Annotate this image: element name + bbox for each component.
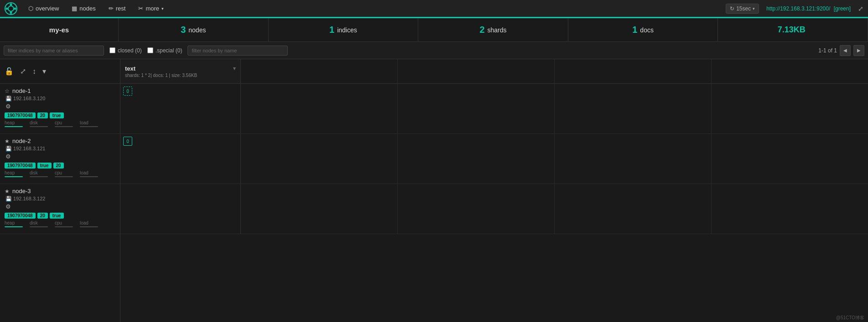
node-ip-2: 💾 192.168.3.121 [5, 146, 115, 152]
node-cell-1: ☆ node-1 💾 192.168.3.120 ⚙ 1907970048 20… [0, 84, 120, 134]
nav-more[interactable]: ✂ more ▾ [133, 2, 169, 15]
footer: @51CTO博客 [832, 314, 868, 322]
sort-az-icon[interactable]: ↕ [32, 67, 36, 76]
size-stat-cell: 7.13KB [718, 18, 868, 41]
navbar-left: ⬡ overview ▦ nodes ✏ rest ✂ more ▾ [5, 2, 726, 15]
load-metric-2: load [80, 170, 105, 177]
node-num-badge-3: 20 [37, 213, 48, 219]
index-grid: text ▾ shards: 1 * 2| docs: 1 | size: 3.… [120, 59, 868, 322]
indices-label: indices [337, 26, 357, 34]
dropdown-icon[interactable]: ▾ [42, 67, 46, 76]
nav-nodes[interactable]: ▦ nodes [66, 2, 101, 15]
shard-cell-3-1 [120, 184, 241, 234]
cpu-metric-2: cpu [55, 170, 80, 177]
node-ip-3: 💾 192.168.3.122 [5, 196, 115, 202]
nav-overview[interactable]: ⬡ overview [23, 2, 64, 15]
special-checkbox-label[interactable]: .special (0) [147, 47, 182, 54]
docs-count: 1 [632, 25, 637, 35]
shard-empty-1-2 [241, 84, 398, 133]
expand-icon[interactable]: ⤢ [858, 5, 863, 12]
hdd-icon-2: 💾 [5, 146, 12, 151]
cpu-bar-1 [55, 126, 73, 127]
nav-rest[interactable]: ✏ rest [103, 2, 131, 15]
node-cell-2: ★ node-2 💾 192.168.3.121 ⚙ 1907970048 tr… [0, 134, 120, 184]
node-name-row-1: ☆ node-1 [5, 87, 115, 94]
shard-box-dashed-1[interactable]: 0 [123, 87, 132, 96]
index-empty-col-3 [555, 59, 712, 83]
overview-icon: ⬡ [28, 5, 33, 12]
shard-empty-2-4 [555, 134, 712, 184]
index-header-row: text ▾ shards: 1 * 2| docs: 1 | size: 3.… [120, 59, 868, 84]
node-badges-3: 1907970048 20 true [5, 213, 115, 219]
star-icon-3[interactable]: ★ [5, 188, 10, 194]
disk-metric-1: disk [30, 120, 55, 127]
node-id-badge-2: 1907970048 [5, 163, 36, 169]
heap-bar-3 [5, 226, 23, 227]
prev-page-button[interactable]: ◀ [840, 45, 851, 56]
shard-empty-1-5 [712, 84, 868, 133]
load-metric-3: load [80, 220, 105, 227]
shard-empty-3-5 [712, 184, 868, 234]
nav-more-label: more [146, 5, 159, 12]
shard-empty-1-4 [555, 84, 712, 133]
node-name-row-3: ★ node-3 [5, 188, 115, 194]
node-badges-1: 1907970048 20 true [5, 112, 115, 118]
main-grid: 🔓 ⤢ ↕ ▾ ☆ node-1 💾 192.168.3.120 ⚙ 19079… [0, 59, 868, 322]
footer-copyright: @51CTO博客 [836, 315, 864, 320]
node-list: 🔓 ⤢ ↕ ▾ ☆ node-1 💾 192.168.3.120 ⚙ 19079… [0, 59, 120, 322]
shard-row-2: 0 [120, 134, 868, 184]
pagination-text: 1-1 of 1 [818, 47, 837, 54]
node-icon-row-3: ⚙ [5, 203, 115, 210]
node-name-2: node-2 [12, 138, 31, 144]
nav-overview-label: overview [36, 5, 59, 12]
heap-metric-1: heap [5, 120, 30, 127]
expand-arrows-icon[interactable]: ⤢ [20, 67, 26, 76]
index-empty-col-2 [398, 59, 555, 83]
index-empty-col-1 [241, 59, 398, 83]
filter-nodes-input[interactable] [187, 46, 288, 56]
cpu-bar-2 [55, 176, 73, 177]
node-name-1: node-1 [12, 87, 31, 94]
next-page-button[interactable]: ▶ [853, 45, 864, 56]
hdd-icon-1: 💾 [5, 96, 12, 101]
cluster-url: http://192.168.3.121:9200/ [green] [766, 5, 851, 12]
star-icon-2[interactable]: ★ [5, 138, 10, 144]
index-name: text ▾ [125, 65, 236, 72]
shards-count: 2 [479, 25, 484, 35]
node-type-icon-1: ⚙ [5, 103, 11, 110]
index-info: shards: 1 * 2| docs: 1 | size: 3.56KB [125, 73, 236, 78]
rest-icon: ✏ [109, 5, 114, 12]
index-header-text: text ▾ shards: 1 * 2| docs: 1 | size: 3.… [120, 59, 241, 83]
special-label: .special (0) [156, 47, 182, 54]
disk-metric-2: disk [30, 170, 55, 177]
cluster-name-cell: my-es [0, 18, 119, 41]
pagination-info: 1-1 of 1 ◀ ▶ [818, 45, 864, 56]
shard-box-solid-1[interactable]: 0 [123, 137, 132, 146]
cpu-bar-3 [55, 226, 73, 227]
chevron-down-icon: ▾ [161, 6, 164, 11]
shard-empty-1-3 [398, 84, 555, 133]
node-type-icon-2: ⚙ [5, 153, 11, 160]
refresh-button[interactable]: ↻ 15sec ▾ [726, 4, 759, 14]
closed-checkbox[interactable] [109, 47, 115, 53]
shard-empty-3-3 [398, 184, 555, 234]
controls-row: 🔓 ⤢ ↕ ▾ [0, 59, 120, 84]
shards-label: shards [488, 26, 507, 34]
refresh-dropdown-icon: ▾ [753, 6, 755, 11]
filter-indices-input[interactable] [4, 46, 104, 56]
node-id-badge-1: 1907970048 [5, 112, 36, 118]
navbar: ⬡ overview ▦ nodes ✏ rest ✂ more ▾ ↻ 15s… [0, 0, 868, 18]
special-checkbox[interactable] [147, 47, 153, 53]
star-icon-1[interactable]: ☆ [5, 88, 10, 94]
index-dropdown-icon[interactable]: ▾ [233, 66, 236, 72]
disk-bar-2 [30, 176, 48, 177]
shard-empty-2-5 [712, 134, 868, 184]
heap-bar-2 [5, 176, 23, 177]
lock-icon[interactable]: 🔓 [5, 67, 14, 76]
svg-point-5 [14, 7, 16, 10]
heap-metric-3: heap [5, 220, 30, 227]
node-metrics-3: heap disk cpu load [5, 220, 115, 227]
filter-bar: closed (0) .special (0) 1-1 of 1 ◀ ▶ [0, 42, 868, 59]
node-num-badge-1: 20 [37, 112, 48, 118]
closed-checkbox-label[interactable]: closed (0) [109, 47, 142, 54]
